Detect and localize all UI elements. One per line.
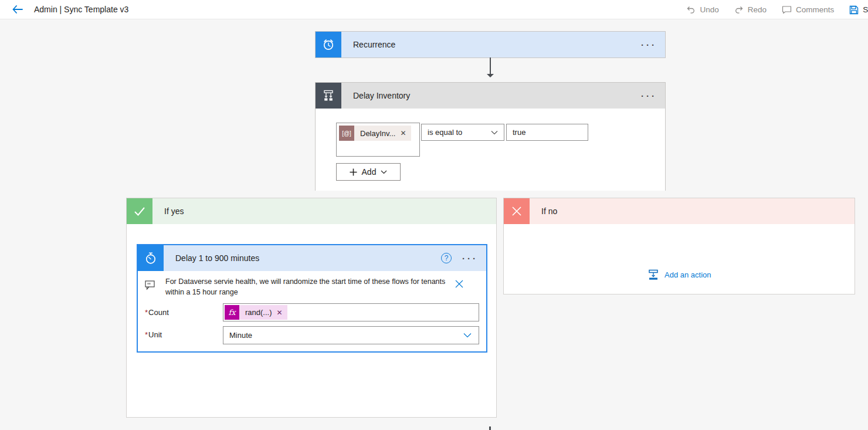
save-button[interactable]: Save <box>849 5 868 15</box>
if-no-header[interactable]: If no <box>504 198 855 224</box>
connector-stub <box>489 426 491 430</box>
note-close-button[interactable] <box>455 276 463 288</box>
help-icon[interactable]: ? <box>441 253 452 263</box>
save-icon <box>849 5 859 15</box>
unit-value: Minute <box>229 331 252 340</box>
note-row: For Dataverse servie health, we will ran… <box>145 276 482 297</box>
if-yes-branch: If yes Delay 1 to 900 minutes ? ··· <box>126 198 497 418</box>
condition-tile <box>316 83 341 109</box>
redo-button[interactable]: Redo <box>734 5 767 15</box>
connector-arrow <box>490 57 491 75</box>
condition-menu-button[interactable]: ··· <box>641 92 665 100</box>
if-yes-tile <box>127 198 152 224</box>
dynamic-content-icon: [@] <box>339 126 354 141</box>
token-label: DelayInv... <box>354 129 399 138</box>
close-icon <box>455 280 463 288</box>
chevron-down-icon <box>463 333 479 338</box>
redo-icon <box>734 5 744 15</box>
expression-remove-icon[interactable]: ✕ <box>274 309 287 317</box>
flow-title: Admin | Sync Template v3 <box>34 5 128 14</box>
comments-button[interactable]: Comments <box>782 5 834 14</box>
operator-value: is equal to <box>428 128 462 137</box>
chevron-down-icon <box>381 170 387 174</box>
if-yes-label: If yes <box>152 206 496 216</box>
condition-operator-dropdown[interactable]: is equal to <box>421 124 504 141</box>
delay-menu-button[interactable]: ··· <box>462 254 486 263</box>
note-text: For Dataverse servie health, we will ran… <box>165 276 450 297</box>
condition-value-input[interactable] <box>506 124 588 141</box>
condition-branch-icon <box>321 89 335 103</box>
recurrence-card[interactable]: Recurrence ··· <box>315 31 666 58</box>
chevron-down-icon <box>491 130 504 135</box>
topbar-actions: Undo Redo Comments <box>686 0 868 19</box>
token-remove-icon[interactable]: ✕ <box>399 129 411 137</box>
condition-title: Delay Inventory <box>341 91 641 100</box>
redo-label: Redo <box>748 5 767 14</box>
condition-body: [@] DelayInv... ✕ is equal to Add <box>316 109 665 191</box>
count-field-label: *Count <box>145 308 169 317</box>
delay-header[interactable]: Delay 1 to 900 minutes ? ··· <box>138 245 486 271</box>
if-no-add-action-label: Add an action <box>664 270 711 279</box>
delay-action-card[interactable]: Delay 1 to 900 minutes ? ··· For Dataver… <box>137 244 487 353</box>
plus-icon <box>350 168 357 176</box>
comment-bubble-icon <box>782 5 792 14</box>
comments-label: Comments <box>796 5 834 14</box>
undo-button[interactable]: Undo <box>686 5 718 15</box>
cross-icon <box>509 204 524 219</box>
top-bar: Admin | Sync Template v3 Undo Redo <box>0 0 868 19</box>
condition-left-operand-field[interactable]: [@] DelayInv... ✕ <box>336 123 420 157</box>
condition-header[interactable]: Delay Inventory ··· <box>316 83 665 109</box>
unit-field-label: *Unit <box>145 330 162 339</box>
recurrence-header[interactable]: Recurrence ··· <box>316 32 665 57</box>
recurrence-menu-button[interactable]: ··· <box>641 40 665 49</box>
unit-dropdown[interactable]: Minute <box>223 326 479 344</box>
flow-designer-canvas: Admin | Sync Template v3 Undo Redo <box>0 0 868 430</box>
recurrence-title: Recurrence <box>341 40 641 49</box>
if-no-label: If no <box>530 206 855 216</box>
dynamic-content-token[interactable]: [@] DelayInv... ✕ <box>339 126 411 141</box>
count-input-field[interactable]: fx rand(...) ✕ <box>223 303 479 321</box>
save-label: Save <box>863 5 868 14</box>
required-mark: * <box>145 330 148 339</box>
if-no-branch: If no Add an action <box>503 198 855 294</box>
fx-icon: fx <box>225 305 239 320</box>
undo-icon <box>686 5 696 15</box>
if-yes-header[interactable]: If yes <box>127 198 496 224</box>
add-action-icon <box>647 269 659 280</box>
arrow-left-icon <box>12 5 23 13</box>
undo-label: Undo <box>700 5 718 14</box>
delay-tile <box>138 245 164 271</box>
condition-add-button[interactable]: Add <box>336 163 401 181</box>
expression-label: rand(...) <box>239 308 274 317</box>
alarm-clock-icon <box>321 38 335 52</box>
if-no-add-action-button[interactable]: Add an action <box>647 269 711 280</box>
expression-token[interactable]: fx rand(...) ✕ <box>225 305 287 320</box>
add-button-label: Add <box>362 167 377 177</box>
checkmark-icon <box>132 204 147 219</box>
stopwatch-icon <box>144 251 158 265</box>
note-bubble-icon <box>145 280 156 290</box>
recurrence-tile <box>316 32 341 57</box>
delay-title: Delay 1 to 900 minutes <box>164 253 441 263</box>
condition-card[interactable]: Delay Inventory ··· [@] DelayInv... ✕ is… <box>315 82 666 191</box>
required-mark: * <box>145 308 148 317</box>
back-button[interactable] <box>11 2 25 16</box>
if-no-tile <box>504 198 530 224</box>
